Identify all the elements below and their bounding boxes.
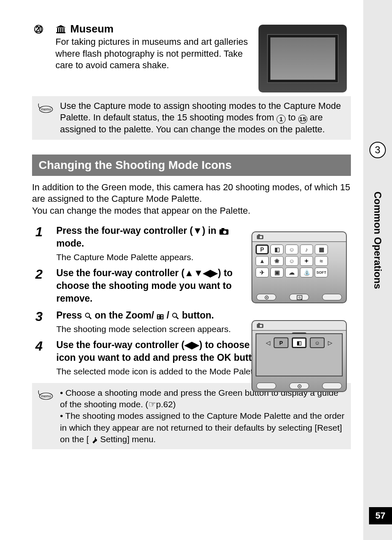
svg-rect-5 bbox=[63, 28, 65, 32]
step-title: Press on the Zoom/ / button. bbox=[56, 309, 245, 322]
mode-icon: ♪ bbox=[300, 245, 313, 254]
svg-point-10 bbox=[223, 231, 226, 234]
mode-icon: ✈ bbox=[256, 268, 269, 277]
svg-text:memo: memo bbox=[41, 107, 51, 111]
mode-icon: ☺ bbox=[285, 245, 298, 254]
section-intro: In addition to the Green mode, this came… bbox=[32, 182, 351, 217]
memo-note: memo Choose a shooting mode and press th… bbox=[32, 383, 351, 450]
mode-icon: ▲ bbox=[256, 256, 269, 266]
svg-rect-9 bbox=[221, 228, 224, 230]
mode-icon: ◧ bbox=[270, 245, 284, 254]
step-number: 1 bbox=[32, 224, 46, 240]
svg-rect-24 bbox=[258, 234, 260, 235]
svg-line-19 bbox=[176, 317, 178, 319]
svg-rect-22 bbox=[95, 437, 96, 439]
section-heading: Changing the Shooting Mode Icons bbox=[32, 155, 351, 176]
mode-icon: ▣ bbox=[270, 268, 284, 277]
mode-description: For taking pictures in museums and art g… bbox=[55, 36, 253, 72]
step-description: The shooting mode selection screen appea… bbox=[56, 323, 237, 335]
magnify-icon bbox=[85, 312, 92, 320]
svg-rect-15 bbox=[161, 315, 163, 316]
step-description: The Capture Mode Palette appears. bbox=[56, 252, 237, 263]
svg-point-33 bbox=[260, 325, 262, 327]
left-arrow-icon: ◁ bbox=[266, 339, 270, 346]
bottom-button bbox=[322, 294, 342, 300]
svg-point-18 bbox=[173, 313, 177, 317]
memo-list: Choose a shooting mode and press the Gre… bbox=[60, 387, 345, 445]
svg-point-25 bbox=[260, 236, 262, 238]
svg-rect-14 bbox=[158, 315, 159, 316]
mode-icon: ⛲ bbox=[300, 268, 313, 277]
step-number: 3 bbox=[32, 309, 46, 324]
svg-line-12 bbox=[89, 317, 91, 319]
mode-icon: ▦ bbox=[315, 245, 328, 254]
mode-option: ☺ bbox=[310, 337, 325, 348]
svg-rect-4 bbox=[61, 28, 62, 32]
mode-option-selected: ◧ bbox=[292, 337, 307, 348]
mode-icon: ☺ bbox=[285, 256, 298, 266]
step-number: 4 bbox=[32, 339, 46, 354]
camera-icon bbox=[219, 228, 229, 235]
svg-rect-2 bbox=[57, 28, 58, 32]
svg-rect-3 bbox=[59, 28, 60, 32]
mode-icon: ✦ bbox=[300, 256, 313, 266]
camera-icon bbox=[256, 323, 264, 328]
chapter-tab: 3 Common Operations bbox=[363, 142, 392, 323]
memo-item: The shooting modes assigned to the Captu… bbox=[60, 410, 345, 445]
example-photo bbox=[258, 25, 347, 92]
bottom-button bbox=[289, 294, 309, 300]
lcd-screen-selection: P ◁ P ◧ ☺ ▷ bbox=[251, 320, 347, 392]
museum-icon bbox=[55, 25, 66, 34]
svg-rect-17 bbox=[161, 317, 163, 318]
svg-point-11 bbox=[85, 313, 90, 317]
svg-rect-13 bbox=[157, 314, 164, 319]
mode-number: ⑳ bbox=[32, 23, 45, 36]
mode-icon: ❀ bbox=[270, 256, 284, 266]
bottom-button bbox=[256, 383, 276, 389]
camera-icon bbox=[256, 234, 264, 240]
step-title: Press the four-way controller (▼) in mod… bbox=[56, 224, 245, 250]
svg-rect-32 bbox=[258, 323, 260, 324]
lcd-screen-palette: P ◧ ☺ ♪ ▦ ▲ ❀ ☺ ✦ ≈ ✈ ▣ ☁ ⛲ SOFT bbox=[251, 231, 347, 303]
memo-icon: memo bbox=[37, 102, 53, 115]
chapter-number: 3 bbox=[369, 142, 386, 158]
svg-text:memo: memo bbox=[41, 394, 51, 398]
step-number: 2 bbox=[32, 267, 46, 282]
chapter-label: Common Operations bbox=[372, 166, 383, 314]
mode-icon: ≈ bbox=[315, 256, 328, 266]
memo-text: Use the Capture mode to assign shooting … bbox=[60, 100, 345, 136]
svg-point-35 bbox=[299, 386, 300, 387]
mode-option: P bbox=[274, 337, 288, 348]
svg-marker-1 bbox=[56, 25, 66, 28]
page-number: 57 bbox=[369, 507, 392, 524]
memo-icon: memo bbox=[37, 389, 53, 402]
mode-icon: P bbox=[256, 245, 269, 254]
svg-rect-0 bbox=[56, 32, 65, 33]
wrench-icon bbox=[91, 437, 98, 443]
svg-rect-16 bbox=[158, 317, 159, 318]
svg-point-27 bbox=[266, 297, 267, 298]
mode-icon: SOFT bbox=[315, 268, 328, 277]
bottom-button bbox=[256, 294, 276, 300]
svg-point-29 bbox=[299, 297, 300, 298]
bottom-button bbox=[322, 383, 342, 389]
step-title: Use the four-way controller (▲▼◀▶) to ch… bbox=[56, 267, 245, 305]
mode-icon: ☁ bbox=[285, 268, 298, 277]
memo-note: memo Use the Capture mode to assign shoo… bbox=[32, 96, 351, 140]
grid-icon bbox=[157, 314, 164, 320]
magnify-icon bbox=[172, 312, 179, 320]
right-arrow-icon: ▷ bbox=[328, 339, 332, 346]
bottom-button bbox=[289, 383, 309, 389]
